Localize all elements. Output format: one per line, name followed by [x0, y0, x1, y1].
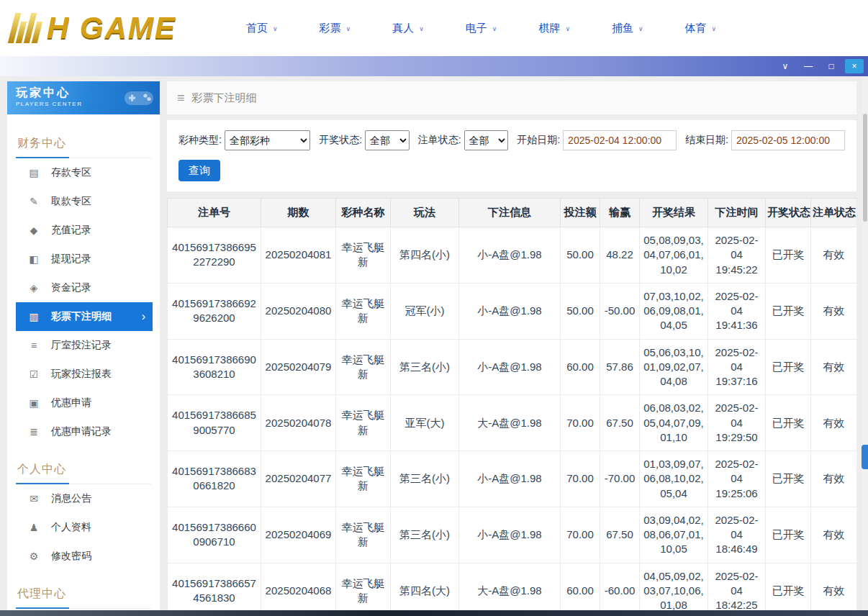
nav-item-label: 捕鱼 [612, 22, 633, 35]
sidebar-item-label: 修改密码 [51, 550, 91, 563]
sidebar-item-change-password[interactable]: ⚙修改密码 [7, 542, 160, 571]
sidebar-item-hall-bet-records[interactable]: ≡厅室投注记录 [7, 331, 160, 360]
table-cell: 20250204078 [261, 395, 336, 451]
table-cell: 48.22 [600, 227, 640, 284]
table-cell: 有效 [811, 339, 857, 395]
table-panel: 注单号期数彩种名称玩法下注信息投注额输赢开奖结果下注时间开奖状态注单状态 401… [167, 198, 856, 610]
table-cell: 401569173866859005770 [168, 395, 261, 451]
nav-item-chess[interactable]: 棋牌∨ [538, 22, 570, 35]
bets-table: 注单号期数彩种名称玩法下注信息投注额输赢开奖结果下注时间开奖状态注单状态 401… [167, 198, 856, 610]
table-cell: 06,08,03,02,05,04,07,09,01,10 [640, 395, 708, 451]
table-cell: 401569173866574561830 [168, 563, 261, 610]
draw-status-select[interactable]: 全部 [365, 130, 410, 150]
start-date-input[interactable] [563, 130, 677, 150]
nav-item-home[interactable]: 首页∨ [246, 22, 278, 35]
order-status-select[interactable]: 全部 [464, 130, 509, 150]
funds-records-icon: ◈ [27, 282, 40, 294]
sidebar-item-label: 存款专区 [51, 166, 91, 179]
floating-side-tab[interactable] [862, 445, 868, 469]
sidebar-item-deposit-zone[interactable]: ▤存款专区 [7, 158, 160, 187]
table-cell: 幸运飞艇新 [336, 451, 391, 507]
table-cell: 幸运飞艇新 [336, 563, 391, 610]
chevron-down-icon: ∨ [712, 25, 717, 32]
table-cell: 有效 [811, 563, 857, 610]
titlebar-chevron-icon[interactable]: ∨ [776, 59, 795, 73]
nav-item-lottery[interactable]: 彩票∨ [320, 22, 351, 35]
logo-text: H GAME [47, 11, 176, 45]
sidebar-item-profile[interactable]: ♟个人资料 [7, 513, 160, 542]
scrollbar-thumb[interactable] [863, 114, 867, 222]
sidebar-item-withdrawal-records[interactable]: ◧提现记录 [7, 245, 160, 273]
column-header: 玩法 [391, 199, 459, 227]
table-cell: 05,08,09,03,04,07,06,01,10,02 [640, 227, 708, 284]
nav-item-label: 真人 [392, 22, 414, 35]
chevron-down-icon: ∨ [273, 25, 278, 32]
sidebar-item-announcements[interactable]: ✉消息公告 [7, 484, 160, 513]
table-cell: 小-A盘@1.98 [459, 451, 561, 507]
table-cell: 401569173866903608210 [168, 339, 261, 395]
minimize-button[interactable]: — [799, 59, 818, 73]
sidebar-section-title: 财务中心 [16, 130, 151, 158]
close-button[interactable]: × [845, 59, 864, 73]
table-row: 40156917386660090671020250204069幸运飞艇新第三名… [168, 507, 857, 563]
nav-item-slots[interactable]: 电子∨ [466, 22, 497, 35]
column-header: 开奖状态 [766, 199, 811, 227]
table-cell: 小-A盘@1.98 [459, 283, 561, 339]
breadcrumb: ≡ 彩票下注明细 [167, 81, 856, 114]
sidebar-item-player-bet-report[interactable]: ☑玩家投注报表 [7, 360, 160, 389]
table-cell: 60.00 [561, 339, 600, 395]
table-cell: 2025-02-04 19:45:22 [708, 227, 766, 284]
lottery-type-select[interactable]: 全部彩种 [225, 130, 310, 150]
table-cell: 2025-02-04 19:41:36 [708, 283, 766, 339]
table-cell: 2025-02-04 19:25:06 [708, 451, 766, 507]
column-header: 下注信息 [459, 199, 561, 227]
sidebar-item-label: 厅室投注记录 [51, 339, 112, 352]
gamepad-icon [122, 86, 155, 113]
table-cell: 幸运飞艇新 [336, 283, 391, 339]
recharge-records-icon: ◆ [27, 225, 40, 236]
brand-logo[interactable]: H GAME [12, 11, 207, 45]
sidebar-item-funds-records[interactable]: ◈资金记录 [7, 273, 160, 302]
bets-table-header-row: 注单号期数彩种名称玩法下注信息投注额输赢开奖结果下注时间开奖状态注单状态 [168, 199, 857, 227]
table-cell: 07,03,10,02,06,09,08,01,04,05 [640, 283, 708, 339]
sidebar-item-promo-apply[interactable]: ▣优惠申请 [7, 389, 160, 417]
table-cell: 50.00 [561, 283, 600, 339]
menu-toggle-icon[interactable]: ≡ [177, 91, 185, 106]
sidebar-item-label: 优惠申请 [51, 397, 91, 409]
table-cell: 70.00 [561, 451, 600, 507]
nav-item-label: 电子 [466, 22, 487, 35]
sidebar-item-label: 资金记录 [51, 281, 91, 294]
sidebar-item-lottery-bet-details[interactable]: ▥彩票下注明细› [16, 302, 153, 331]
order-status-label: 注单状态: [418, 134, 461, 147]
nav-item-fishing[interactable]: 捕鱼∨ [612, 22, 643, 35]
table-cell: 有效 [811, 395, 857, 451]
nav-item-label: 体育 [685, 22, 707, 35]
vertical-scrollbar[interactable] [862, 76, 868, 610]
table-cell: 401569173866929626200 [168, 283, 261, 339]
deposit-card-icon: ▤ [27, 167, 40, 178]
search-button[interactable]: 查询 [178, 160, 220, 181]
table-cell: 幸运飞艇新 [336, 395, 391, 451]
table-cell: 20250204081 [261, 227, 336, 284]
table-cell: 401569173866830661820 [168, 451, 261, 507]
sidebar-item-label: 取款专区 [51, 195, 91, 208]
column-header: 注单状态 [811, 199, 857, 227]
sidebar-item-withdraw-zone[interactable]: ✎取款专区 [7, 187, 160, 216]
table-cell: -60.00 [600, 563, 640, 610]
table-cell: 幸运飞艇新 [336, 507, 391, 563]
filter-panel: 彩种类型: 全部彩种 开奖状态: 全部 注单状态: 全部 开始日期: 结束日期:… [167, 120, 856, 191]
logo-bars-icon [8, 13, 45, 43]
sidebar-item-recharge-records[interactable]: ◆充值记录 [7, 216, 160, 245]
table-row: 40156917386692962620020250204080幸运飞艇新冠军(… [168, 283, 857, 339]
sidebar-item-label: 充值记录 [51, 224, 91, 237]
end-date-input[interactable] [731, 130, 845, 150]
table-cell: 20250204079 [261, 339, 336, 395]
table-cell: 第四名(小) [391, 227, 459, 284]
table-cell: 第三名(小) [391, 339, 459, 395]
sidebar-item-promo-apply-records[interactable]: ≣优惠申请记录 [7, 417, 160, 446]
nav-item-live[interactable]: 真人∨ [392, 22, 424, 35]
nav-item-sports[interactable]: 体育∨ [685, 22, 717, 35]
maximize-button[interactable]: □ [822, 59, 841, 73]
table-cell: 已开奖 [766, 563, 811, 610]
column-header: 输赢 [600, 199, 640, 227]
